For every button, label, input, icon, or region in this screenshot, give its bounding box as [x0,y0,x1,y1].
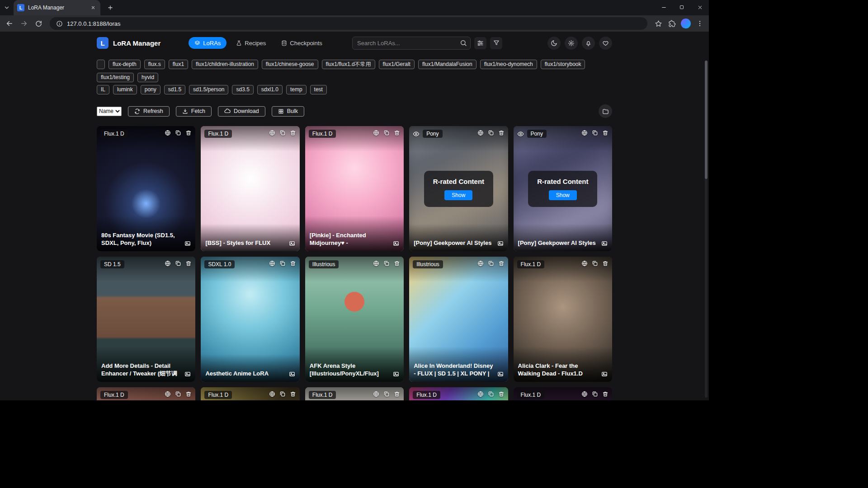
lora-card[interactable]: Flux.1 D [409,387,508,400]
folder-chip[interactable]: flux1/neo-dynomech [480,60,537,69]
page-scrollbar[interactable] [705,61,708,398]
settings-button[interactable] [565,37,578,50]
civitai-globe-icon[interactable] [373,260,379,267]
delete-trash-icon[interactable] [394,130,400,136]
maximize-button[interactable] [673,0,691,14]
delete-trash-icon[interactable] [394,260,400,267]
delete-trash-icon[interactable] [498,391,505,397]
example-images-icon[interactable] [184,371,191,377]
folder-chip[interactable]: flux1/flux1.d不常用 [322,60,375,69]
folder-chip[interactable]: sd1.5 [164,85,185,94]
copy-icon[interactable] [383,260,390,267]
civitai-globe-icon[interactable] [373,391,379,397]
extensions-icon[interactable] [665,17,678,30]
delete-trash-icon[interactable] [498,260,505,267]
support-button[interactable] [599,37,612,50]
lora-card[interactable]: Flux.1 D [305,126,404,251]
copy-icon[interactable] [488,391,494,397]
search-icon[interactable] [460,39,467,47]
civitai-globe-icon[interactable] [165,260,171,267]
example-images-icon[interactable] [601,371,608,377]
folder-chip[interactable]: flux-depth [108,60,141,69]
delete-trash-icon[interactable] [185,260,192,267]
civitai-globe-icon[interactable] [477,260,484,267]
fetch-button[interactable]: Fetch [176,106,212,117]
example-images-icon[interactable] [393,240,399,247]
theme-toggle-button[interactable] [547,37,561,50]
sort-options-button[interactable] [474,37,486,49]
lora-card[interactable]: Flux.1 D [514,387,612,400]
lora-card[interactable]: Pony [514,126,612,251]
folder-chip[interactable]: flux1/Geralt [379,60,415,69]
collapse-folders-button[interactable] [599,104,612,118]
lora-card[interactable]: Flux.1 D [201,387,299,400]
browser-menu-icon[interactable] [693,17,706,30]
civitai-globe-icon[interactable] [477,391,484,397]
sort-select[interactable]: Name [97,107,122,116]
folder-chip[interactable]: hyvid [137,73,158,82]
civitai-globe-icon[interactable] [581,260,588,267]
folder-chip[interactable]: flux1/MandalaFusion [418,60,476,69]
copy-icon[interactable] [592,391,598,397]
folder-chip[interactable]: lumink [113,85,137,94]
back-button[interactable] [3,17,16,30]
copy-icon[interactable] [175,260,181,267]
delete-trash-icon[interactable] [394,391,400,397]
lora-card[interactable]: Flux.1 D [97,387,195,400]
copy-icon[interactable] [279,391,286,397]
copy-icon[interactable] [383,391,390,397]
example-images-icon[interactable] [289,371,295,377]
new-tab-button[interactable] [104,1,117,14]
download-button[interactable]: Download [218,106,265,117]
example-images-icon[interactable] [289,240,295,247]
scrollbar-thumb[interactable] [705,61,708,179]
folder-chip[interactable]: flux1/testing [97,73,134,82]
example-images-icon[interactable] [184,240,191,247]
delete-trash-icon[interactable] [185,130,192,136]
minimize-button[interactable] [655,0,673,14]
delete-trash-icon[interactable] [290,260,296,267]
folder-chip[interactable]: IL [97,85,109,94]
example-images-icon[interactable] [393,371,399,377]
folder-chip[interactable]: sd1.5/person [189,85,228,94]
lora-card[interactable]: Flux.1 D [514,257,612,382]
delete-trash-icon[interactable] [185,391,192,397]
lora-card[interactable]: Pony [409,126,508,251]
delete-trash-icon[interactable] [602,391,609,397]
refresh-button[interactable]: Refresh [128,106,170,117]
folder-chip[interactable]: flux1/chinese-goose [262,60,318,69]
lora-card[interactable]: Flux.1 D [201,126,299,251]
copy-icon[interactable] [383,130,390,136]
example-images-icon[interactable] [601,240,608,247]
civitai-globe-icon[interactable] [165,130,171,136]
tab-checkpoints[interactable]: Checkpoints [275,37,328,49]
civitai-globe-icon[interactable] [373,130,379,136]
show-nsfw-button[interactable]: Show [444,190,472,200]
lora-card[interactable]: Flux.1 D [305,387,404,400]
tab-close-icon[interactable] [90,4,97,11]
tab-loras[interactable]: LoRAs [189,37,226,49]
folder-chip[interactable]: sd3.5 [232,85,253,94]
notifications-button[interactable] [582,37,595,50]
folder-chip[interactable]: temp [286,85,307,94]
lora-card[interactable]: Flux.1 D [97,126,195,251]
folder-chip[interactable]: flux1/children-illustration [192,60,258,69]
civitai-globe-icon[interactable] [165,391,171,397]
folder-chip[interactable]: pony [141,85,160,94]
site-info-icon[interactable] [55,19,63,28]
profile-avatar[interactable] [681,19,691,28]
search-input[interactable] [352,37,471,50]
filter-button[interactable] [490,37,502,49]
civitai-globe-icon[interactable] [581,391,588,397]
delete-trash-icon[interactable] [290,130,296,136]
lora-card[interactable]: SDXL 1.0 [201,257,299,382]
copy-icon[interactable] [592,260,598,267]
tab-search-chevron-icon[interactable] [0,0,14,15]
lora-card[interactable]: SD 1.5 [97,257,195,382]
forward-button[interactable] [17,17,31,30]
copy-icon[interactable] [279,130,286,136]
bulk-button[interactable]: Bulk [272,106,304,117]
civitai-globe-icon[interactable] [269,391,275,397]
example-images-icon[interactable] [497,371,504,377]
folder-chip[interactable]: test [310,85,327,94]
